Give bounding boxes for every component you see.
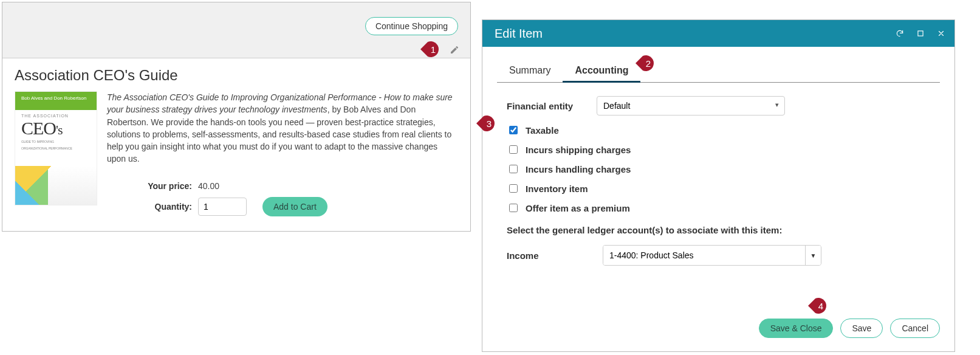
taxable-checkbox[interactable] — [509, 126, 518, 134]
financial-entity-select[interactable]: Default — [597, 96, 785, 115]
product-title: Association CEO's Guide — [15, 67, 458, 84]
add-to-cart-button[interactable]: Add to Cart — [262, 197, 327, 216]
inventory-item-checkbox[interactable] — [509, 184, 518, 193]
shipping-charges-checkbox[interactable] — [509, 145, 518, 154]
modal-header: Edit Item — [482, 20, 954, 47]
handling-charges-label: Incurs handling charges — [526, 164, 631, 174]
callout-badge-1: 1 — [420, 40, 444, 58]
book-cover-subtitle1: GUIDE TO IMPROVING — [21, 140, 91, 144]
callout-number-4: 4 — [818, 301, 823, 311]
product-description: The Association CEO's Guide to Improving… — [107, 91, 458, 216]
modal-title: Edit Item — [495, 27, 895, 41]
quantity-label: Quantity: — [107, 201, 192, 213]
modal-footer: Save & Close Save Cancel — [482, 310, 954, 351]
svg-rect-0 — [918, 31, 923, 36]
financial-entity-label: Financial entity — [507, 101, 597, 111]
inventory-item-label: Inventory item — [526, 184, 588, 194]
callout-number-2: 2 — [646, 58, 651, 69]
book-cover-subtitle2: ORGANIZATIONAL PERFORMANCE — [21, 146, 91, 151]
shipping-charges-label: Incurs shipping charges — [526, 145, 631, 155]
close-icon[interactable] — [936, 29, 946, 38]
tab-summary[interactable]: Summary — [497, 60, 563, 82]
book-cover-label: THE ASSOCIATION — [21, 114, 91, 118]
cancel-button[interactable]: Cancel — [890, 319, 940, 338]
refresh-icon[interactable] — [895, 29, 905, 38]
edit-pencil-icon[interactable] — [448, 44, 461, 56]
handling-charges-checkbox[interactable] — [509, 165, 518, 173]
callout-number-1: 1 — [431, 44, 436, 55]
premium-item-checkbox[interactable] — [509, 204, 518, 212]
callout-number-3: 3 — [487, 119, 492, 129]
product-panel: Continue Shopping Association CEO's Guid… — [2, 2, 471, 232]
save-and-close-button[interactable]: Save & Close — [759, 319, 834, 338]
price-value: 40.00 — [198, 180, 219, 192]
income-account-combo[interactable]: ▼ — [603, 245, 821, 266]
premium-item-label: Offer item as a premium — [526, 203, 630, 213]
taxable-label: Taxable — [526, 125, 559, 136]
callout-badge-3: 3 — [476, 114, 499, 133]
product-header-bar: Continue Shopping — [2, 2, 470, 58]
book-cover-author-bar: Bob Alves and Don Robertson — [15, 92, 97, 110]
book-cover-graphic — [15, 166, 97, 205]
callout-badge-4: 4 — [808, 297, 831, 315]
product-body: Association CEO's Guide Bob Alves and Do… — [2, 58, 470, 231]
edit-item-modal: Edit Item Summary Accounting Financial e… — [482, 19, 955, 352]
ledger-instruction-text: Select the general ledger account(s) to … — [507, 225, 937, 235]
price-label: Your price: — [107, 180, 192, 192]
income-label: Income — [507, 250, 603, 261]
income-account-input[interactable] — [603, 246, 805, 265]
quantity-input[interactable] — [198, 198, 247, 216]
book-cover-image: Bob Alves and Don Robertson THE ASSOCIAT… — [15, 91, 97, 205]
tab-accounting[interactable]: Accounting — [563, 60, 640, 82]
save-button[interactable]: Save — [840, 319, 883, 338]
book-cover-ceo-text: CEO's — [21, 119, 91, 137]
maximize-icon[interactable] — [916, 29, 925, 38]
chevron-down-icon[interactable]: ▼ — [805, 246, 821, 265]
accounting-form: Financial entity Default Taxable Incurs … — [482, 83, 954, 310]
callout-badge-2: 2 — [636, 54, 659, 72]
continue-shopping-button[interactable]: Continue Shopping — [365, 17, 458, 35]
tab-bar: Summary Accounting — [497, 60, 940, 83]
